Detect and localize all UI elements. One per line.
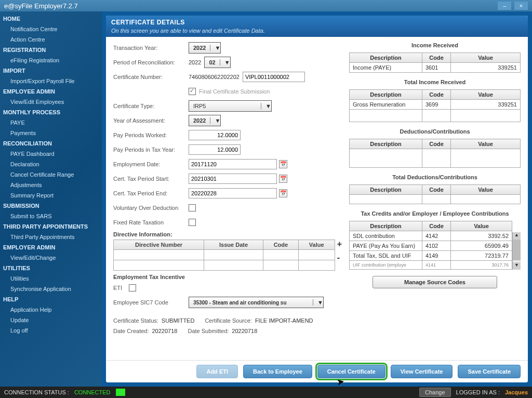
sidebar-item[interactable]: Summary Report bbox=[0, 190, 102, 201]
frt-checkbox[interactable] bbox=[189, 219, 196, 226]
sidebar-item[interactable]: eFiling Registration bbox=[0, 55, 102, 65]
sidebar-heading: EMPLOYEE ADMIN bbox=[0, 86, 102, 97]
sidebar-item[interactable]: Update bbox=[0, 315, 102, 325]
cert-type-label: Certificate Type: bbox=[113, 103, 189, 109]
ppw-input[interactable] bbox=[189, 130, 241, 140]
total-deductions-title: Total Deductions/Contributions bbox=[349, 174, 521, 180]
minimize-button[interactable]: – bbox=[498, 2, 511, 10]
sidebar-item[interactable]: Third Party Appointments bbox=[0, 232, 102, 242]
sidebar-heading: RECONCILIATION bbox=[0, 138, 102, 149]
total-income-title: Total Income Received bbox=[349, 79, 521, 85]
ppty-label: Pay Periods in Tax Year: bbox=[113, 147, 189, 153]
back-to-employee-button[interactable]: Back to Employee bbox=[243, 365, 312, 378]
chevron-down-icon[interactable]: ▼ bbox=[261, 103, 271, 109]
calendar-icon[interactable]: 📅 bbox=[279, 160, 287, 168]
assess-year-select[interactable]: 2022▼ bbox=[189, 115, 221, 126]
right-column: Income Received DescriptionCodeValueInco… bbox=[349, 42, 521, 355]
chevron-down-icon[interactable]: ▼ bbox=[313, 299, 323, 306]
add-directive-button[interactable]: + bbox=[337, 240, 342, 249]
date-created-label: Date Created: bbox=[113, 328, 149, 334]
directive-table: Directive NumberIssue DateCodeValue bbox=[113, 240, 335, 271]
sidebar-heading: EMPLOYER ADMIN bbox=[0, 242, 102, 253]
panel-subtitle: On this screen you are able to view and … bbox=[111, 28, 523, 34]
final-sub-checkbox[interactable] bbox=[189, 88, 196, 95]
sidebar-item[interactable]: Cancel Certificate Range bbox=[0, 169, 102, 180]
scroll-up-icon[interactable]: ▲ bbox=[513, 232, 521, 240]
sidebar-item[interactable]: View/Edit/Change bbox=[0, 253, 102, 263]
sic7-select[interactable]: 35300 - Steam and air conditioning su▼ bbox=[189, 297, 324, 308]
sidebar-item[interactable]: Declaration bbox=[0, 159, 102, 169]
sidebar-heading: IMPORT bbox=[0, 65, 102, 76]
directive-section-label: Directive Information: bbox=[113, 231, 342, 237]
sidebar-item[interactable]: Synchronise Application bbox=[0, 284, 102, 294]
change-button[interactable]: Change bbox=[419, 388, 451, 397]
eti-section-label: Employment Tax Incentive bbox=[113, 274, 342, 280]
sidebar-item[interactable]: Import/Export Payroll File bbox=[0, 76, 102, 86]
tax-credits-scrollbar[interactable]: ▲ ▼ bbox=[512, 232, 521, 270]
scroll-thumb[interactable] bbox=[513, 240, 521, 260]
sidebar-item[interactable]: Log off bbox=[0, 325, 102, 336]
panel-title: CERTIFICATE DETAILS bbox=[111, 19, 523, 26]
sidebar-heading: UTILITIES bbox=[0, 263, 102, 273]
trans-year-select[interactable]: 2022▼ bbox=[189, 42, 221, 54]
date-submitted-label: Date Submitted: bbox=[188, 328, 229, 334]
date-created-value: 20220718 bbox=[152, 328, 177, 334]
calendar-icon[interactable]: 📅 bbox=[279, 175, 287, 183]
remove-directive-button[interactable]: - bbox=[337, 253, 342, 262]
cert-num-input[interactable] bbox=[243, 72, 305, 82]
sidebar: HOMENotification CentreAction CentreREGI… bbox=[0, 11, 102, 387]
view-certificate-button[interactable]: View Certificate bbox=[391, 365, 453, 378]
income-received-title: Income Received bbox=[349, 42, 521, 48]
emp-date-input[interactable] bbox=[189, 159, 277, 169]
sidebar-item[interactable]: Submit to SARS bbox=[0, 211, 102, 221]
sidebar-item[interactable]: Notification Centre bbox=[0, 24, 102, 34]
conn-status-label: CONNECTION STATUS : bbox=[4, 389, 69, 395]
cert-num-label: Certificate Number: bbox=[113, 74, 189, 80]
sidebar-heading: HOME bbox=[0, 14, 102, 24]
scroll-down-icon[interactable]: ▼ bbox=[513, 262, 521, 270]
close-button[interactable]: × bbox=[514, 2, 528, 10]
vod-checkbox[interactable] bbox=[189, 204, 196, 211]
app-title: e@syFile Employer7.2.7 bbox=[4, 2, 78, 10]
cancel-certificate-button[interactable]: Cancel Certificate bbox=[317, 365, 385, 378]
tp-end-input[interactable] bbox=[189, 188, 277, 198]
add-eti-button: Add ETI bbox=[196, 365, 238, 378]
chevron-down-icon[interactable]: ▼ bbox=[210, 117, 220, 124]
sidebar-item[interactable]: Utilities bbox=[0, 273, 102, 284]
sidebar-heading: MONTHLY PROCESS bbox=[0, 107, 102, 117]
left-column: Transaction Year: 2022▼ Period of Reconc… bbox=[113, 42, 342, 355]
manage-source-codes-button[interactable]: Manage Source Codes bbox=[373, 276, 497, 288]
tax-credits-title: Tax Credits and/or Employer / Employee C… bbox=[349, 210, 521, 217]
deductions-title: Deductions/Contributions bbox=[349, 128, 521, 135]
vod-label: Voluntary Over Deduction bbox=[113, 205, 189, 211]
sidebar-item[interactable]: Payments bbox=[0, 128, 102, 138]
sidebar-heading: THIRD PARTY APPOINTMENTS bbox=[0, 221, 102, 232]
sidebar-heading: HELP bbox=[0, 294, 102, 304]
sidebar-item[interactable]: PAYE bbox=[0, 117, 102, 128]
chevron-down-icon[interactable]: ▼ bbox=[210, 45, 220, 51]
frt-label: Fixed Rate Taxation bbox=[113, 219, 189, 225]
date-submitted-value: 20220718 bbox=[232, 328, 257, 334]
recon-period-select[interactable]: 02▼ bbox=[204, 57, 230, 68]
trans-year-label: Transaction Year: bbox=[113, 45, 189, 51]
ppty-input[interactable] bbox=[189, 144, 241, 155]
sidebar-item[interactable]: Action Centre bbox=[0, 34, 102, 45]
calendar-icon[interactable]: 📅 bbox=[279, 189, 287, 197]
window-controls: – × bbox=[497, 2, 528, 10]
sidebar-item[interactable]: PAYE Dashboard bbox=[0, 149, 102, 159]
sidebar-item[interactable]: View/Edit Employees bbox=[0, 97, 102, 107]
assess-year-label: Year of Assessment: bbox=[113, 117, 189, 124]
logged-in-label: LOGGED IN AS : bbox=[456, 389, 500, 395]
eti-checkbox[interactable] bbox=[129, 284, 136, 291]
sidebar-heading: REGISTRATION bbox=[0, 45, 102, 55]
cert-type-select[interactable]: IRP5▼ bbox=[189, 100, 272, 112]
sidebar-item[interactable]: Application Help bbox=[0, 304, 102, 315]
tp-start-input[interactable] bbox=[189, 174, 277, 184]
content-area: CERTIFICATE DETAILS On this screen you a… bbox=[102, 11, 532, 387]
panel-header: CERTIFICATE DETAILS On this screen you a… bbox=[106, 16, 528, 37]
save-certificate-button[interactable]: Save Certificate bbox=[458, 365, 521, 378]
action-bar: Add ETI Back to Employee Cancel Certific… bbox=[106, 360, 528, 382]
tax-credits-table: DescriptionCodeValueSDL contribution4142… bbox=[349, 221, 512, 270]
sidebar-item[interactable]: Adjustments bbox=[0, 180, 102, 190]
chevron-down-icon[interactable]: ▼ bbox=[220, 59, 230, 65]
